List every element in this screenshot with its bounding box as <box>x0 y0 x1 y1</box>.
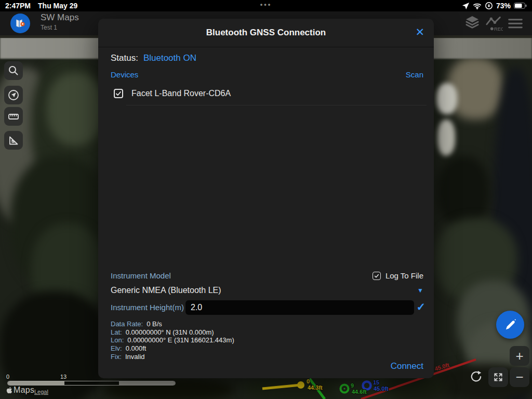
connect-button[interactable]: Connect <box>391 361 423 371</box>
my-location-button[interactable] <box>4 86 23 104</box>
telemetry-label: Elv: <box>111 344 122 353</box>
measure-button[interactable] <box>4 107 23 126</box>
minus-glyph: − <box>515 368 523 387</box>
telemetry-label: Data Rate: <box>111 320 143 328</box>
telemetry-value: 0.000ft <box>126 344 147 353</box>
close-icon[interactable]: ✕ <box>415 26 424 38</box>
log-to-file-label: Log To File <box>385 271 423 280</box>
app-screen: 0 44.3ft 9 44.6ft 15 45.0ft 45.0ft 2:47P… <box>0 0 532 399</box>
search-button[interactable] <box>4 61 23 80</box>
menu-button[interactable] <box>508 16 523 31</box>
log-to-file-toggle[interactable]: Log To File <box>373 271 423 280</box>
device-list-item[interactable]: Facet L-Band Rover-CD6A <box>114 89 231 98</box>
log-to-file-checkbox[interactable] <box>373 272 381 280</box>
instrument-model-label: Instrument Model <box>111 271 171 280</box>
fullscreen-button[interactable] <box>488 367 508 387</box>
track-record-button[interactable]: REC <box>485 14 503 32</box>
telemetry-value: 0.00000000° N (31N 0.000m) <box>126 328 214 337</box>
status-row: Status: Bluetooth ON <box>111 53 196 63</box>
bluetooth-gnss-dialog: Bluetooth GNSS Connection ✕ Status: Blue… <box>98 19 434 378</box>
multitask-indicator[interactable]: ••• <box>0 1 532 8</box>
scale-label-start: 0 <box>6 374 9 380</box>
project-name: Test 1 <box>41 24 57 31</box>
instrument-height-label: Instrument Height(m) <box>111 300 184 315</box>
apple-logo-icon <box>6 387 12 394</box>
map-texture <box>436 83 457 114</box>
telemetry-value: 0 B/s <box>147 320 162 328</box>
attribution-label: Maps <box>14 385 34 395</box>
telemetry-row: Lon: 0.00000000° E (31N 166021.443m) <box>111 336 234 344</box>
status-label: Status: <box>111 53 138 63</box>
instrument-model-row: Instrument Model Log To File <box>111 271 423 280</box>
rotate-icon <box>470 370 483 383</box>
ruler-icon <box>7 110 20 123</box>
map-texture <box>47 73 104 145</box>
telemetry-row: Fix: Invalid <box>111 353 234 361</box>
instrument-height-input[interactable] <box>185 300 414 315</box>
device-checkbox[interactable] <box>114 89 123 98</box>
telemetry-row: Lat: 0.00000000° N (31N 0.000m) <box>111 328 234 337</box>
device-name: Facet L-Band Rover-CD6A <box>131 89 231 98</box>
chevron-down-icon[interactable]: ▼ <box>417 287 423 294</box>
telemetry-readout: Data Rate: 0 B/s Lat: 0.00000000° N (31N… <box>111 320 234 361</box>
dialog-title: Bluetooth GNSS Connection <box>98 19 434 47</box>
map-texture <box>437 119 455 156</box>
rec-badge: REC <box>494 26 503 32</box>
telemetry-label: Lat: <box>111 328 122 337</box>
telemetry-label: Lon: <box>111 336 124 344</box>
telemetry-label: Fix: <box>111 353 122 361</box>
confirm-check-icon[interactable]: ✓ <box>416 301 425 313</box>
instrument-height-row: Instrument Height(m) ✓ <box>111 300 425 315</box>
status-value: Bluetooth ON <box>143 53 196 63</box>
scale-label-mid: 13 <box>60 374 66 380</box>
map-texture <box>437 156 489 229</box>
reset-rotation-button[interactable] <box>468 368 485 385</box>
setsquare-icon <box>7 134 20 147</box>
layers-button[interactable] <box>464 14 481 31</box>
pencil-icon <box>503 318 517 331</box>
instrument-model-value: Generic NMEA (Bluetooth LE) <box>111 286 221 295</box>
zoom-in-button[interactable]: + <box>510 346 529 366</box>
plus-glyph: + <box>515 347 523 365</box>
divider <box>98 47 434 47</box>
devices-section-label: Devices <box>111 70 138 79</box>
angle-measure-button[interactable] <box>4 131 23 150</box>
telemetry-value: 0.00000000° E (31N 166021.443m) <box>127 336 234 344</box>
divider <box>126 105 427 105</box>
app-logo <box>10 14 30 33</box>
edit-fab[interactable] <box>496 311 524 339</box>
search-icon <box>7 64 20 77</box>
telemetry-row: Data Rate: 0 B/s <box>111 320 234 328</box>
app-title: SW Maps <box>41 12 79 23</box>
map-texture <box>447 57 504 119</box>
telemetry-value: Invalid <box>125 353 145 361</box>
telemetry-row: Elv: 0.000ft <box>111 344 234 353</box>
expand-icon <box>493 372 503 382</box>
instrument-model-select[interactable]: Generic NMEA (Bluetooth LE) ▼ <box>111 286 423 295</box>
scan-button[interactable]: Scan <box>406 70 423 79</box>
legal-link[interactable]: Legal <box>34 389 48 395</box>
map-scale-bar <box>7 381 176 385</box>
zoom-out-button[interactable]: − <box>510 367 529 387</box>
map-attribution: Maps <box>6 385 34 395</box>
locate-icon <box>7 89 20 101</box>
